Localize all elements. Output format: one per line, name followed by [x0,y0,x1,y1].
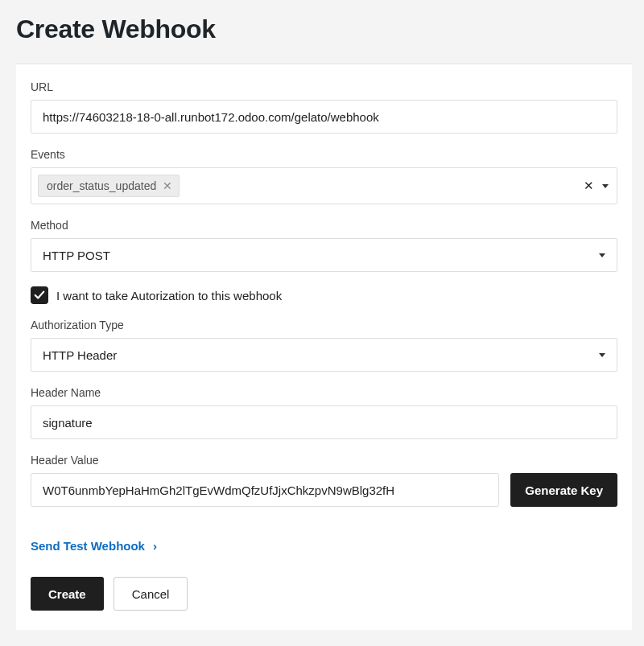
page-title: Create Webhook [16,14,628,44]
event-chip-label: order_status_updated [47,179,156,192]
auth-type-label: Authorization Type [31,319,617,331]
chevron-right-icon: › [153,539,157,553]
method-caret-icon [599,253,605,257]
field-url: URL [31,80,617,134]
send-test-webhook-link[interactable]: Send Test Webhook › [31,539,157,553]
header-value-label: Header Value [31,454,617,467]
header-name-label: Header Name [31,386,617,399]
send-test-label: Send Test Webhook [31,539,145,553]
field-header-name: Header Name [31,386,617,439]
generate-key-button[interactable]: Generate Key [510,473,617,507]
method-value: HTTP POST [43,249,110,262]
field-events: Events order_status_updated ✕ ✕ [31,148,617,204]
method-select[interactable]: HTTP POST [31,238,617,272]
field-auth-type: Authorization Type HTTP Header [31,319,617,372]
events-caret-icon[interactable] [602,184,609,188]
method-label: Method [31,219,617,232]
create-button[interactable]: Create [31,577,104,611]
chip-remove-icon[interactable]: ✕ [163,180,172,191]
auth-checkbox-row: I want to take Autorization to this webh… [31,286,617,304]
events-input[interactable]: order_status_updated ✕ ✕ [31,167,617,204]
auth-type-value: HTTP Header [43,348,117,362]
page-header: Create Webhook [0,0,644,64]
field-method: Method HTTP POST [31,219,617,272]
auth-type-caret-icon [599,353,605,357]
event-chip: order_status_updated ✕ [38,175,180,197]
url-label: URL [31,80,617,93]
form-footer: Create Cancel [31,577,617,611]
auth-checkbox-label: I want to take Autorization to this webh… [56,289,282,302]
auth-checkbox[interactable] [31,286,48,304]
field-header-value: Header Value Generate Key [31,454,617,507]
auth-type-select[interactable]: HTTP Header [31,338,617,372]
events-label: Events [31,148,617,161]
header-name-input[interactable] [31,405,617,439]
form-card: URL Events order_status_updated ✕ ✕ Meth… [16,64,632,630]
check-icon [34,290,45,301]
cancel-button[interactable]: Cancel [114,577,188,611]
url-input[interactable] [31,100,617,134]
events-clear-icon[interactable]: ✕ [584,179,594,193]
header-value-input[interactable] [31,473,499,507]
